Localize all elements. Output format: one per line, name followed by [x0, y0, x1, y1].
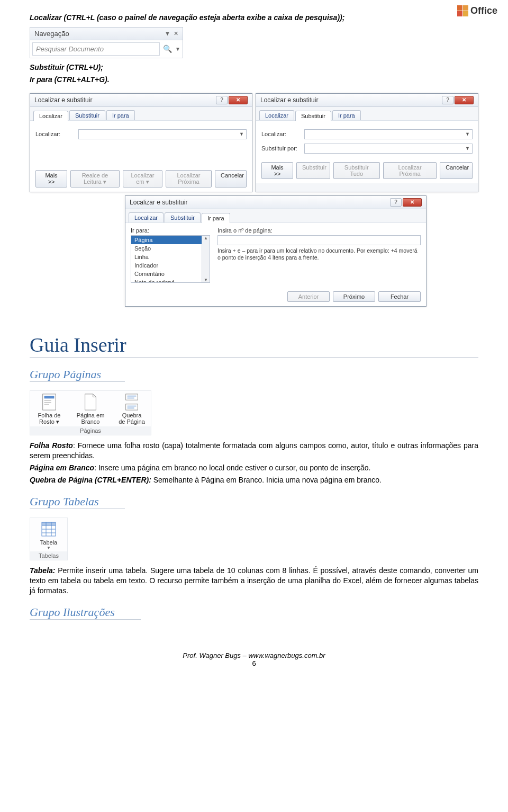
list-item[interactable]: Seção: [131, 244, 210, 253]
list-item[interactable]: Linha: [131, 253, 210, 261]
tab-irpara[interactable]: Ir para: [106, 110, 135, 120]
label-substituir-por: Substituir por:: [261, 145, 301, 151]
folha-rosto-icon: [40, 393, 58, 411]
substituir-tudo-button[interactable]: Substituir Tudo: [333, 162, 380, 179]
dialog-titlebar: Localizar e substituir ? ✕: [256, 94, 478, 107]
tabela-button[interactable]: Tabela ▼: [33, 520, 64, 551]
cancelar-button[interactable]: Cancelar: [440, 162, 473, 179]
dialog-titlebar: Localizar e substituir ? ✕: [30, 94, 252, 107]
localizar-em-button[interactable]: Localizar em ▾: [123, 170, 162, 188]
scrollbar[interactable]: ▲▼: [202, 236, 210, 282]
dialog-tabs: Localizar Substituir Ir para: [33, 110, 249, 120]
search-input[interactable]: Pesquisar Documento: [32, 42, 160, 56]
page-footer: Prof. Wagner Bugs – www.wagnerbugs.com.b…: [30, 652, 478, 667]
pagina-em-branco-button[interactable]: Página em Branco: [75, 393, 106, 425]
quebra-de-pagina-button[interactable]: Quebra de Página: [116, 393, 148, 425]
brand-text: Office: [470, 5, 497, 16]
ribbon-label: Quebra: [122, 412, 142, 419]
heading-guia-inserir: Guia Inserir: [30, 333, 478, 358]
help-button[interactable]: ?: [216, 96, 228, 104]
help-button[interactable]: ?: [442, 96, 453, 104]
localizar-input[interactable]: ▼: [304, 129, 473, 139]
nav-title: Navegação: [34, 30, 69, 38]
ribbon-label: de Página: [119, 418, 145, 425]
mais-button[interactable]: Mais >>: [35, 170, 67, 188]
tab-substituir[interactable]: Substituir: [69, 110, 105, 120]
ribbon-label: Tabela: [40, 539, 57, 546]
chevron-down-icon: ▼: [47, 546, 51, 550]
close-button[interactable]: ✕: [229, 96, 248, 104]
svg-rect-1: [44, 396, 55, 398]
dialog-tabs: Localizar Substituir Ir para: [129, 212, 423, 222]
pagina-branco-icon: [81, 393, 99, 411]
close-button[interactable]: ✕: [455, 96, 474, 104]
nav-header-controls[interactable]: ▼ ✕: [165, 30, 178, 37]
dialog-title: Localizar e substituir: [34, 96, 92, 104]
label-localizar: Localizar:: [35, 131, 75, 137]
list-item[interactable]: Página: [131, 236, 210, 244]
svg-rect-4: [44, 404, 49, 405]
dialog-titlebar: Localizar e substituir ? ✕: [125, 196, 426, 209]
close-button[interactable]: ✕: [403, 198, 422, 207]
substituir-por-input[interactable]: ▼: [304, 144, 473, 154]
chevron-down-icon[interactable]: ▼: [465, 146, 470, 151]
tab-irpara[interactable]: Ir para: [202, 213, 230, 223]
tab-localizar[interactable]: Localizar: [33, 111, 68, 121]
svg-rect-2: [44, 400, 51, 401]
dialog-tabs: Localizar Substituir Ir para: [259, 110, 475, 120]
tab-substituir[interactable]: Substituir: [295, 111, 331, 121]
brand-logo: Office: [457, 5, 497, 16]
ribbon-group-paginas: Folha de Rosto ▾ Página em Branco Quebra…: [30, 390, 151, 435]
nav-search: Pesquisar Documento 🔍 ▼: [30, 40, 183, 58]
cancelar-button[interactable]: Cancelar: [215, 170, 247, 188]
irpara-listbox[interactable]: Página Seção Linha Indicador Comentário …: [131, 235, 210, 283]
tab-localizar[interactable]: Localizar: [129, 212, 164, 222]
chevron-down-icon[interactable]: ▼: [465, 131, 470, 137]
label-localizar: Localizar:: [261, 131, 301, 137]
localizar-proxima-button[interactable]: Localizar Próxima: [383, 162, 437, 179]
footer-text: Prof. Wagner Bugs – www.wagnerbugs.com.b…: [30, 652, 478, 659]
localizar-proxima-button[interactable]: Localizar Próxima: [166, 170, 212, 188]
para-folha-rosto: Folha Rosto: Fornece uma folha rosto (ca…: [30, 441, 478, 461]
list-item[interactable]: Indicador: [131, 261, 210, 270]
ribbon-label: Branco: [81, 418, 100, 425]
svg-rect-17: [42, 522, 56, 525]
ribbon-group-label: Tabelas: [30, 551, 67, 560]
list-item[interactable]: Nota de rodapé: [131, 278, 210, 283]
chevron-down-icon[interactable]: ▼: [175, 46, 180, 52]
intro-localizar: Localizar (CTRL+L (caso o painel de nave…: [30, 13, 478, 23]
search-icon[interactable]: 🔍: [163, 44, 172, 53]
help-button[interactable]: ?: [390, 198, 402, 207]
list-item[interactable]: Comentário: [131, 270, 210, 278]
heading-grupo-ilustracoes: Grupo Ilustrações: [30, 605, 141, 620]
mais-button[interactable]: Mais >>: [261, 162, 293, 179]
intro-irpara: Ir para (CTRL+ALT+G).: [30, 75, 478, 85]
nav-header: Navegação ▼ ✕: [30, 27, 183, 40]
para-pagina-branco: Página em Branco: Insere uma página em b…: [30, 463, 478, 473]
dialog-title: Localizar e substituir: [260, 96, 318, 104]
svg-rect-6: [126, 404, 138, 409]
dialog-localizar: Localizar e substituir ? ✕ Localizar Sub…: [30, 93, 252, 192]
substituir-button[interactable]: Substituir: [296, 162, 330, 179]
intro-substituir: Substituir (CTRL+U);: [30, 63, 478, 73]
localizar-input[interactable]: ▼: [78, 129, 247, 139]
folha-rosto-button[interactable]: Folha de Rosto ▾: [33, 393, 65, 425]
ribbon-group-label: Páginas: [30, 426, 151, 435]
tab-substituir[interactable]: Substituir: [165, 212, 201, 222]
svg-rect-3: [44, 402, 51, 403]
ribbon-group-tabelas: Tabela ▼ Tabelas: [30, 517, 68, 561]
heading-grupo-paginas: Grupo Páginas: [30, 368, 125, 382]
realce-button[interactable]: Realce de Leitura ▾: [70, 170, 120, 188]
tab-irpara[interactable]: Ir para: [332, 110, 361, 120]
ribbon-label: Rosto ▾: [39, 418, 59, 425]
tab-localizar[interactable]: Localizar: [259, 110, 294, 120]
para-quebra-pagina: Quebra de Página (CTRL+ENTER): Semelhant…: [30, 475, 478, 485]
tabela-icon: [40, 520, 58, 538]
navigation-panel: Navegação ▼ ✕ Pesquisar Documento 🔍 ▼: [30, 27, 183, 58]
anterior-button[interactable]: Anterior: [287, 291, 330, 302]
chevron-down-icon[interactable]: ▼: [239, 131, 244, 137]
fechar-button[interactable]: Fechar: [378, 291, 421, 302]
numero-pagina-input[interactable]: [217, 235, 421, 245]
proximo-button[interactable]: Próximo: [333, 291, 375, 302]
dialog-irpara: Localizar e substituir ? ✕ Localizar Sub…: [125, 195, 427, 307]
